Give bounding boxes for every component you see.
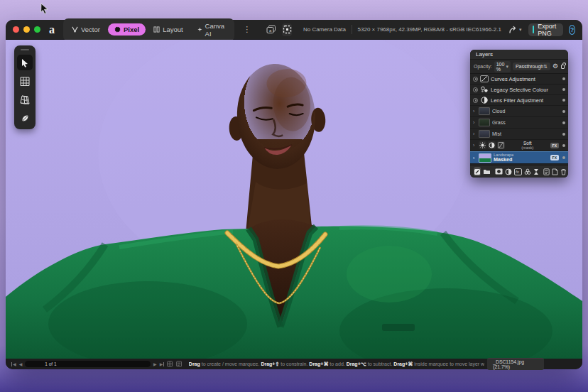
hint-segment: Drag [189, 361, 200, 366]
selective-colour-icon [480, 86, 489, 93]
swirl-icon [21, 114, 30, 123]
visibility-toggle[interactable] [562, 88, 565, 91]
previous-page-button[interactable]: ◀ [19, 362, 23, 366]
tab-layout[interactable]: Layout [147, 23, 190, 36]
export-options-button[interactable]: ▾ [563, 23, 564, 36]
tab-canva-ai[interactable]: Canva AI [191, 20, 232, 40]
gear-icon[interactable]: ⚙ [552, 63, 558, 70]
divider [352, 25, 352, 34]
layer-check-icon[interactable] [473, 98, 478, 103]
layer-row-cloud[interactable]: › Cloud [470, 106, 568, 117]
persona-tabs: Vector Pixel Layout Canva AI [63, 18, 234, 41]
layers-panel-title[interactable]: Layers [470, 50, 568, 60]
layer-name-block: Soft (mask) [507, 141, 548, 150]
layer-row-grass[interactable]: › Grass [470, 117, 568, 129]
layers-panel: Layers Opacity: 100 % ▾ Passthrough ⇅ ⚙ [470, 50, 568, 178]
visibility-toggle[interactable] [562, 144, 565, 147]
layer-row-selective-colour[interactable]: Legacy Selective Colour [470, 85, 568, 95]
tab-pixel[interactable]: Pixel [108, 23, 146, 36]
blend-ranges-button[interactable] [533, 167, 539, 176]
next-page-button[interactable]: ▶ [153, 362, 157, 366]
export-split-button: Export PNG ▾ [528, 23, 563, 36]
add-pixel-layer-button[interactable] [543, 167, 550, 176]
visibility-toggle[interactable] [562, 133, 565, 136]
hint-segment: to create / move marquee. [200, 361, 261, 366]
hint-segment: inside marquee to move layer with select… [413, 361, 484, 366]
expand-chevron-icon[interactable]: › [473, 131, 477, 136]
mesh-warp-tool[interactable] [17, 73, 33, 89]
visibility-toggle[interactable] [562, 156, 565, 159]
cursor-arrow-icon [21, 58, 29, 67]
share-icon [508, 26, 518, 34]
lens-filter-icon [480, 97, 489, 104]
document-tab[interactable]: _DSC1154.jpg (21.7%) [487, 358, 544, 370]
liquify-tool[interactable] [17, 110, 33, 126]
hint-segment: Drag+⇧ [261, 361, 279, 366]
opacity-value-dropdown[interactable]: 100 % ▾ [494, 61, 511, 72]
drag-handle[interactable] [21, 49, 29, 50]
layers-panel-toolbar: fx [470, 165, 568, 178]
expand-chevron-icon[interactable]: › [473, 120, 477, 125]
help-button[interactable]: ? [569, 25, 575, 35]
live-filter-button[interactable] [524, 167, 531, 176]
blend-mode-value: Passthrough [516, 64, 543, 69]
move-tool[interactable] [17, 55, 33, 70]
expand-chevron-icon[interactable]: › [473, 156, 477, 160]
edit-all-layers-button[interactable] [474, 167, 481, 176]
assets-button[interactable]: a [266, 23, 276, 36]
add-vector-layer-button[interactable] [552, 167, 558, 176]
layer-row-lens-filter[interactable]: Lens Filter Adjustment [470, 95, 568, 106]
layer-row-mist[interactable]: › Mist [470, 129, 568, 140]
stacked-documents-icon: a [266, 25, 276, 34]
add-adjustment-button[interactable] [505, 167, 512, 176]
sparkle-icon [197, 26, 202, 33]
layer-check-icon[interactable] [473, 77, 478, 82]
perspective-tool[interactable] [17, 92, 33, 107]
first-page-button[interactable]: ◀ [11, 362, 16, 366]
minimize-window-button[interactable] [23, 26, 30, 33]
blend-mode-select[interactable]: Passthrough ⇅ [513, 62, 550, 70]
add-group-button[interactable] [483, 167, 491, 176]
layer-thumbnail [479, 107, 490, 115]
export-png-button[interactable]: Export PNG [528, 23, 562, 36]
layer-effects-button[interactable]: fx [514, 167, 522, 176]
visibility-toggle[interactable] [562, 99, 565, 102]
warped-grid-icon [20, 95, 30, 104]
fx-badge[interactable]: FX [550, 143, 559, 148]
visibility-toggle[interactable] [562, 77, 565, 80]
tools-palette [14, 45, 36, 129]
pages-grid-icon[interactable] [167, 361, 173, 367]
fx-badge[interactable]: FX [550, 155, 559, 160]
titlebar: a Vector Pixel Layout Canva AI [6, 20, 582, 40]
layer-subname: (mask) [507, 146, 548, 150]
layer-check-icon[interactable] [473, 87, 478, 92]
share-menu[interactable]: ▾ [508, 26, 522, 34]
more-menu-button[interactable]: ⋮ [240, 25, 254, 34]
camera-data-status: No Camera Data [303, 26, 346, 33]
chevron-down-icon: ▾ [506, 64, 508, 70]
layer-name: Grass [492, 120, 559, 125]
layer-name: Soft [507, 141, 548, 146]
layer-row-soft[interactable]: › Soft (mask) FX [470, 140, 568, 151]
visibility-toggle[interactable] [562, 110, 565, 113]
zoom-window-button[interactable] [34, 26, 40, 33]
pages-list-icon[interactable] [176, 361, 182, 367]
hint-segment: to subtract. [366, 361, 394, 366]
lock-icon[interactable] [561, 65, 565, 69]
expand-chevron-icon[interactable]: › [473, 109, 477, 114]
layer-name-block: Landscape Masked [494, 153, 548, 163]
add-mask-button[interactable] [495, 167, 503, 176]
delete-layer-button[interactable] [560, 167, 567, 176]
expand-chevron-icon[interactable]: › [473, 143, 477, 148]
transform-mode-button[interactable] [282, 23, 292, 36]
tab-vector-label: Vector [81, 26, 100, 33]
visibility-toggle[interactable] [562, 121, 565, 124]
layer-row-masked-selected[interactable]: › Landscape Masked FX [470, 151, 568, 164]
close-window-button[interactable] [13, 26, 19, 33]
tab-vector[interactable]: Vector [65, 23, 107, 36]
hint-segment: Drag+⌥ [347, 361, 366, 366]
layer-name: Legacy Selective Colour [491, 87, 559, 93]
mask-icon [495, 168, 503, 175]
last-page-button[interactable]: ▶ [160, 362, 165, 366]
layer-row-curves[interactable]: Curves Adjustment [470, 74, 568, 85]
